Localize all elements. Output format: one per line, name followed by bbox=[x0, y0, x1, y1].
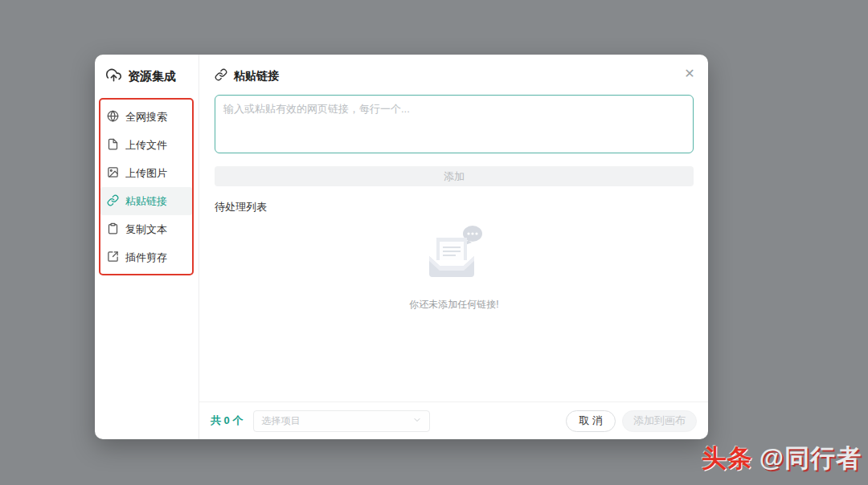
link-icon bbox=[215, 68, 227, 84]
panel-title-label: 粘贴链接 bbox=[234, 69, 279, 84]
sidebar-item-label: 粘贴链接 bbox=[125, 194, 167, 209]
empty-inbox-icon bbox=[420, 277, 489, 291]
file-icon bbox=[107, 138, 119, 153]
sidebar-item-paste-link[interactable]: 粘贴链接 bbox=[100, 187, 192, 215]
clipboard-icon bbox=[107, 222, 119, 237]
sidebar-item-label: 复制文本 bbox=[125, 222, 167, 237]
panel-title: 粘贴链接 bbox=[215, 68, 694, 84]
watermark-brand: 头条 bbox=[702, 442, 753, 475]
resource-integration-dialog: ✕ 资源集成 全网搜索 上传文件 bbox=[95, 55, 708, 439]
image-icon bbox=[107, 166, 119, 181]
sidebar-item-web-search[interactable]: 全网搜索 bbox=[100, 103, 192, 131]
project-select-placeholder: 选择项目 bbox=[261, 414, 300, 428]
pending-list-label: 待处理列表 bbox=[215, 200, 694, 214]
sidebar-item-upload-file[interactable]: 上传文件 bbox=[100, 131, 192, 159]
project-select[interactable]: 选择项目 bbox=[253, 410, 430, 432]
sidebar-item-label: 上传图片 bbox=[125, 166, 167, 181]
paste-link-panel: 粘贴链接 添加 待处理列表 bbox=[199, 55, 708, 439]
link-input[interactable] bbox=[215, 95, 694, 153]
cloud-upload-icon bbox=[106, 67, 121, 85]
watermark: 头条 @同行者 bbox=[702, 442, 862, 475]
add-to-canvas-button[interactable]: 添加到画布 bbox=[622, 410, 697, 432]
globe-icon bbox=[107, 110, 119, 124]
sidebar-item-label: 插件剪存 bbox=[125, 251, 167, 265]
link-icon bbox=[107, 194, 119, 209]
dialog-title-label: 资源集成 bbox=[128, 69, 176, 84]
sidebar-item-copy-text[interactable]: 复制文本 bbox=[100, 215, 192, 243]
clip-icon bbox=[107, 251, 119, 265]
watermark-handle: @同行者 bbox=[760, 442, 862, 475]
cancel-button[interactable]: 取 消 bbox=[566, 410, 616, 432]
sidebar-item-upload-image[interactable]: 上传图片 bbox=[100, 159, 192, 187]
item-count: 共 0 个 bbox=[211, 414, 243, 428]
source-type-nav: 全网搜索 上传文件 上传图片 粘贴链接 bbox=[100, 103, 192, 271]
dialog-title: 资源集成 bbox=[95, 67, 199, 85]
empty-state: 你还未添加任何链接! bbox=[215, 222, 694, 312]
empty-state-text: 你还未添加任何链接! bbox=[215, 298, 694, 312]
sidebar-item-plugin-clip[interactable]: 插件剪存 bbox=[100, 243, 192, 271]
chevron-down-icon bbox=[412, 414, 422, 428]
sidebar-item-label: 全网搜索 bbox=[125, 110, 167, 124]
sidebar: 资源集成 全网搜索 上传文件 上传图片 bbox=[95, 55, 199, 439]
dialog-footer: 共 0 个 选择项目 取 消 添加到画布 bbox=[199, 401, 708, 439]
sidebar-item-label: 上传文件 bbox=[125, 138, 167, 153]
add-button[interactable]: 添加 bbox=[215, 166, 694, 186]
